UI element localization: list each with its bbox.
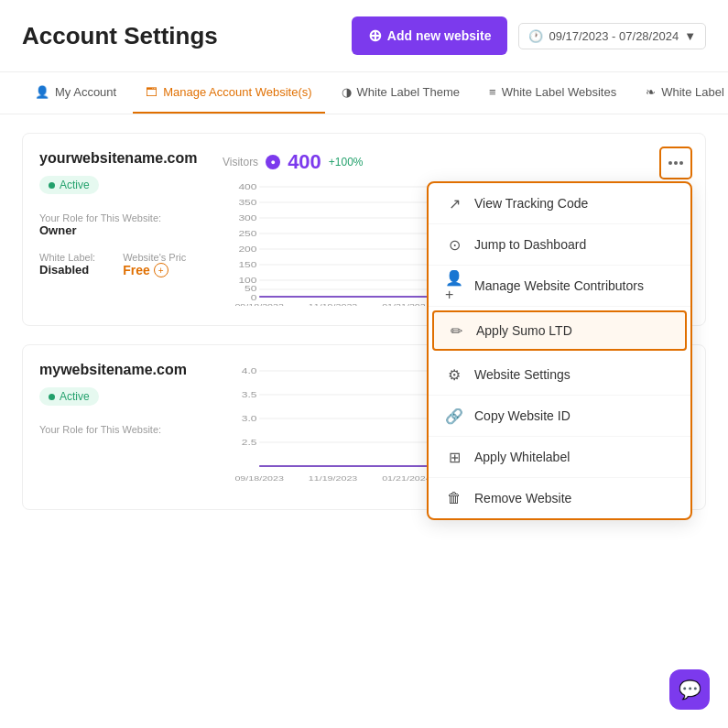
svg-text:01/21/2024: 01/21/2024 <box>382 473 431 482</box>
website-info-2: mywebsitename.com Active Your Role for T… <box>39 362 204 435</box>
page-title: Account Settings <box>22 22 218 50</box>
website-name-1: yourwebsitename.com <box>39 150 204 167</box>
svg-text:300: 300 <box>238 213 256 223</box>
svg-text:0: 0 <box>251 293 257 302</box>
dropdown-menu-1: ↗ View Tracking Code ⊙ Jump to Dashboard… <box>427 181 692 520</box>
visitors-label-1: Visitors <box>223 156 258 168</box>
tab-white-label-commission[interactable]: ❧ White Label Commission <box>633 72 728 114</box>
visitors-change-1: +100% <box>329 156 364 168</box>
svg-text:400: 400 <box>238 182 256 191</box>
visitors-icon-1: ● <box>266 155 280 169</box>
dot-3 <box>679 161 683 165</box>
dot-2 <box>674 161 678 165</box>
upgrade-icon-1[interactable]: + <box>154 263 168 277</box>
person-icon: 👤 <box>35 85 49 99</box>
svg-text:3.5: 3.5 <box>242 390 257 399</box>
browser-icon: 🗔 <box>146 85 158 99</box>
tracking-icon: ↗ <box>445 194 463 212</box>
svg-text:150: 150 <box>238 260 256 269</box>
dropdown-website-settings[interactable]: ⚙ Website Settings <box>429 354 690 396</box>
website-name-2: mywebsitename.com <box>39 362 204 378</box>
svg-text:250: 250 <box>238 229 256 238</box>
status-badge-2: Active <box>39 387 99 406</box>
role-value-1: Owner <box>39 223 204 237</box>
dropdown-apply-whitelabel[interactable]: ⊞ Apply Whitelabel <box>429 437 690 478</box>
price-label-1: Website's Pric <box>123 252 186 263</box>
price-value-1: Free <box>123 263 150 277</box>
tab-my-account[interactable]: 👤 My Account <box>22 72 129 114</box>
status-dot-1 <box>49 182 55 189</box>
website-info-1: yourwebsitename.com Active Your Role for… <box>39 150 204 277</box>
page-header: Account Settings ⊕ Add new website 🕐 09/… <box>0 0 728 72</box>
svg-text:200: 200 <box>238 244 256 254</box>
role-label-1: Your Role for This Website: <box>39 212 204 223</box>
visitors-section-1: Visitors ● 400 +100% <box>223 150 689 174</box>
visitors-count-1: 400 <box>288 150 321 174</box>
add-website-button[interactable]: ⊕ Add new website <box>352 16 508 55</box>
status-badge-1: Active <box>39 176 99 194</box>
dropdown-remove-website[interactable]: 🗑 Remove Website <box>429 478 690 518</box>
three-dots-button-1[interactable] <box>659 147 692 179</box>
white-label-label-1: White Label: <box>39 252 95 263</box>
chevron-down-icon: ▼ <box>684 29 696 43</box>
dropdown-jump-dashboard[interactable]: ⊙ Jump to Dashboard <box>429 224 690 266</box>
dropdown-view-tracking[interactable]: ↗ View Tracking Code <box>429 183 690 224</box>
tab-white-label-websites[interactable]: ≡ White Label Websites <box>476 72 629 114</box>
plus-icon: ⊕ <box>368 26 382 46</box>
website-card-1: yourwebsitename.com Active Your Role for… <box>22 133 706 326</box>
svg-text:11/19/2023: 11/19/2023 <box>309 473 358 482</box>
svg-text:2.5: 2.5 <box>242 438 257 447</box>
nav-tabs: 👤 My Account 🗔 Manage Account Website(s)… <box>0 72 728 114</box>
circle-half-icon: ◑ <box>342 85 352 99</box>
dropdown-manage-contributors[interactable]: 👤+ Manage Website Contributors <box>429 266 690 307</box>
svg-text:4.0: 4.0 <box>242 366 257 375</box>
dot-1 <box>668 161 672 165</box>
svg-text:01/21/2024: 01/21/2024 <box>382 301 431 306</box>
gear-icon: ⚙ <box>445 365 463 384</box>
svg-text:11/19/2023: 11/19/2023 <box>309 301 358 306</box>
white-label-value-1: Disabled <box>39 263 95 277</box>
date-range-picker[interactable]: 🕐 09/17/2023 - 07/28/2024 ▼ <box>518 23 706 49</box>
pen-icon: ✏ <box>447 321 465 340</box>
tab-manage-websites[interactable]: 🗔 Manage Account Website(s) <box>133 72 324 114</box>
grid-icon: ⊞ <box>445 448 463 466</box>
svg-text:09/18/2023: 09/18/2023 <box>234 301 284 306</box>
dropdown-copy-id[interactable]: 🔗 Copy Website ID <box>429 396 690 437</box>
tab-white-label-theme[interactable]: ◑ White Label Theme <box>329 72 473 114</box>
svg-text:50: 50 <box>244 284 256 293</box>
svg-text:3.0: 3.0 <box>242 414 257 423</box>
main-content: yourwebsitename.com Active Your Role for… <box>0 114 728 547</box>
dropdown-apply-sumo[interactable]: ✏ Apply Sumo LTD <box>432 310 687 351</box>
trash-icon: 🗑 <box>445 489 463 507</box>
list-icon: ≡ <box>489 85 496 99</box>
calendar-icon: 🕐 <box>528 29 543 43</box>
role-label-2: Your Role for This Website: <box>39 424 204 435</box>
svg-text:09/18/2023: 09/18/2023 <box>234 473 284 482</box>
status-dot-2 <box>49 394 55 400</box>
person-plus-icon: 👤+ <box>445 277 463 295</box>
header-actions: ⊕ Add new website 🕐 09/17/2023 - 07/28/2… <box>352 16 706 55</box>
link-icon: 🔗 <box>445 407 463 425</box>
leaf-icon: ❧ <box>646 85 656 99</box>
svg-text:350: 350 <box>238 198 256 207</box>
circle-arrow-icon: ⊙ <box>445 235 463 254</box>
